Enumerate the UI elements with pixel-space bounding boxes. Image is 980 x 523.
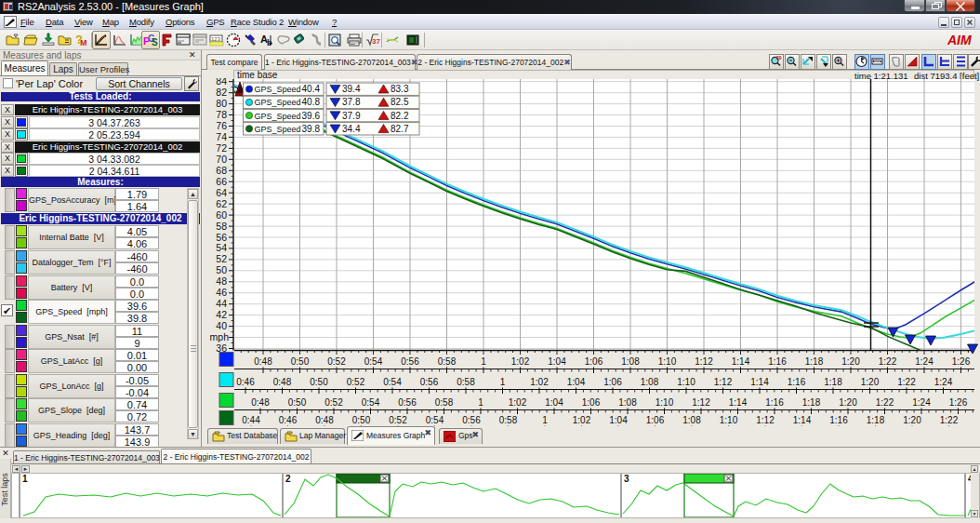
svg-text:78: 78 [216,109,227,120]
svg-text:1:16: 1:16 [768,356,787,367]
svg-text:3: 3 [624,474,629,484]
svg-text:0:46: 0:46 [279,415,298,425]
svg-text:0:56: 0:56 [401,356,419,367]
svg-text:GPS_Speed: GPS_Speed [255,85,301,94]
svg-text:37.8: 37.8 [342,97,361,107]
svg-text:20: 20 [776,55,782,60]
svg-text:83.3: 83.3 [391,84,409,94]
svg-text:1:12: 1:12 [756,415,775,425]
svg-text:52: 52 [216,253,227,264]
svg-text:1:14: 1:14 [793,415,812,425]
svg-text:1:20: 1:20 [839,397,857,408]
svg-text:0:58: 0:58 [457,377,475,387]
svg-text:0:54: 0:54 [426,415,444,425]
svg-text:1:14: 1:14 [732,356,750,367]
svg-text:39.4: 39.4 [342,84,361,94]
svg-text:1:08: 1:08 [682,415,701,425]
svg-text:0:58: 0:58 [435,397,454,408]
svg-text:1:22: 1:22 [879,356,897,367]
svg-text:1:26: 1:26 [949,397,968,408]
svg-text:0:56: 0:56 [420,377,439,387]
svg-text:0:52: 0:52 [347,377,365,387]
svg-text:123: 123 [211,36,221,42]
svg-text:50: 50 [216,264,227,275]
svg-text:64: 64 [216,187,227,198]
svg-text:0:58: 0:58 [499,415,518,425]
svg-text:1:04: 1:04 [567,377,586,387]
svg-text:1:12: 1:12 [695,356,713,367]
svg-text:M: M [80,38,87,47]
svg-text:1: 1 [500,377,506,387]
svg-text:0:48: 0:48 [315,415,334,425]
svg-text:1:18: 1:18 [867,415,885,425]
svg-text:mph: mph [210,331,230,342]
svg-text:1:18: 1:18 [824,377,842,387]
svg-text:1:04: 1:04 [545,397,563,408]
svg-text:GPS_Speed: GPS_Speed [255,98,301,107]
svg-text:0:56: 0:56 [462,415,481,425]
svg-text:1: 1 [22,474,28,484]
svg-text:1:24: 1:24 [915,356,934,367]
svg-text:1:06: 1:06 [603,377,622,387]
svg-text:1:22: 1:22 [876,397,894,408]
svg-text:54: 54 [216,242,227,253]
svg-text:68: 68 [216,165,227,176]
svg-text:1:06: 1:06 [646,415,665,425]
svg-text:82.5: 82.5 [391,97,409,107]
svg-text:1: 1 [481,356,486,367]
svg-text:1:08: 1:08 [641,377,659,387]
svg-text:1: 1 [478,397,483,408]
svg-text:44: 44 [216,298,227,309]
svg-text:40.8: 40.8 [302,97,321,107]
svg-text:76: 76 [216,120,227,131]
svg-text:82.7: 82.7 [391,124,409,134]
svg-text:48: 48 [216,275,227,287]
svg-text:82.2: 82.2 [391,111,409,121]
svg-text:62: 62 [216,198,227,209]
svg-text:1:10: 1:10 [658,356,677,367]
svg-text:2: 2 [285,474,291,484]
svg-text:1:20: 1:20 [861,377,880,387]
svg-text:1:02: 1:02 [511,356,530,367]
svg-text:56: 56 [216,232,227,243]
svg-text:80: 80 [216,98,227,109]
svg-text:1:22: 1:22 [897,377,916,387]
svg-text:0:48: 0:48 [251,397,270,408]
svg-text:1:20: 1:20 [903,415,921,425]
svg-text:GPS_Speed: GPS_Speed [255,112,301,121]
svg-text:82: 82 [216,87,227,98]
svg-text:0:50: 0:50 [352,415,371,425]
svg-text:1:02: 1:02 [509,397,527,408]
svg-text:0:48: 0:48 [273,377,292,387]
svg-text:1:06: 1:06 [582,397,601,408]
svg-text:1:24: 1:24 [912,397,931,408]
svg-text:1:22: 1:22 [940,415,959,425]
svg-text:0:48: 0:48 [254,356,272,367]
svg-text:1:26: 1:26 [952,356,971,367]
svg-text:34.4: 34.4 [342,124,361,134]
svg-text:0:52: 0:52 [327,356,346,367]
svg-text:0:52: 0:52 [389,415,407,425]
svg-text:70: 70 [216,154,227,165]
svg-text:1:02: 1:02 [573,415,591,425]
svg-text:39.6: 39.6 [302,111,321,121]
svg-text:1:08: 1:08 [618,397,637,408]
svg-text:37: 37 [372,37,380,46]
svg-text:1:10: 1:10 [677,377,695,387]
svg-text:1:16: 1:16 [788,377,806,387]
svg-text:1:14: 1:14 [750,377,769,387]
svg-text:GPS_Speed: GPS_Speed [255,125,301,134]
svg-text:1:14: 1:14 [729,397,748,408]
svg-text:0:54: 0:54 [362,397,380,408]
svg-text:1:24: 1:24 [934,377,953,387]
svg-text:1:04: 1:04 [548,356,566,367]
svg-text:1:10: 1:10 [720,415,738,425]
svg-text:37.9: 37.9 [342,111,361,121]
svg-text:0:50: 0:50 [310,377,328,387]
svg-text:1:16: 1:16 [765,397,784,408]
svg-text:1:20: 1:20 [841,356,860,367]
svg-text:1:18: 1:18 [802,397,821,408]
svg-text:0:44: 0:44 [242,415,260,425]
svg-text:66: 66 [216,176,227,187]
svg-text:72: 72 [216,142,227,154]
